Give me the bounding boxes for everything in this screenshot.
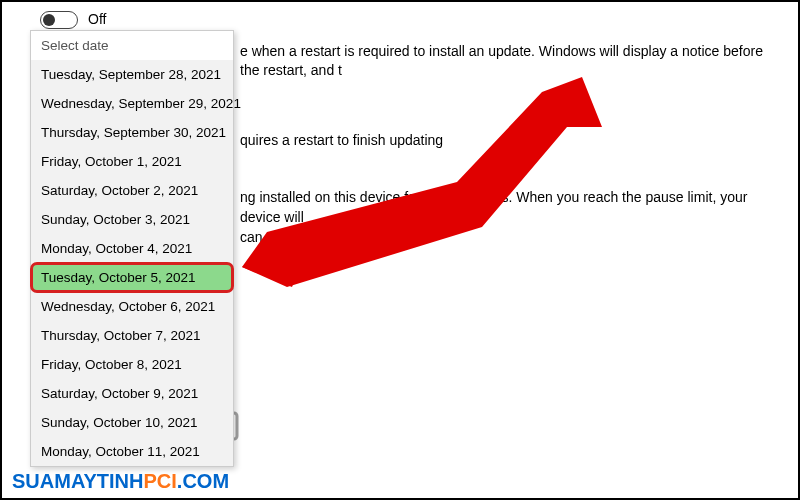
dropdown-option[interactable]: Thursday, October 7, 2021 [31,321,233,350]
watermark-part2: PCI [144,470,177,492]
dropdown-option[interactable]: Monday, October 4, 2021 [31,234,233,263]
dropdown-option[interactable]: Sunday, October 3, 2021 [31,205,233,234]
dropdown-option[interactable]: Wednesday, September 29, 2021 [31,89,233,118]
toggle-label: Off [88,10,106,30]
dropdown-option[interactable]: Tuesday, September 28, 2021 [31,60,233,89]
dropdown-option-highlighted[interactable]: Tuesday, October 5, 2021 [31,263,233,292]
dropdown-option[interactable]: Thursday, September 30, 2021 [31,118,233,147]
dropdown-option[interactable]: Friday, October 1, 2021 [31,147,233,176]
toggle-row: Off [40,10,778,30]
toggle-switch[interactable] [40,11,78,29]
description-3: ng installed on this device for up to 35… [240,188,778,247]
description-1: e when a restart is required to install … [240,42,778,81]
watermark-text: SUAMAYTINHPCI.COM [12,470,229,493]
description-2: quires a restart to finish updating [240,131,778,151]
watermark-part3: .COM [177,470,229,492]
description-3a: ng installed on this device for up to 35… [240,189,747,225]
dropdown-option[interactable]: Sunday, October 10, 2021 [31,408,233,437]
dropdown-option[interactable]: Friday, October 8, 2021 [31,350,233,379]
dropdown-header: Select date [31,31,233,60]
dropdown-option[interactable]: Saturday, October 2, 2021 [31,176,233,205]
dropdown-option[interactable]: Saturday, October 9, 2021 [31,379,233,408]
watermark-part1: SUAMAYTINH [12,470,144,492]
date-dropdown[interactable]: Select date Tuesday, September 28, 2021 … [30,30,234,467]
dropdown-option[interactable]: Wednesday, October 6, 2021 [31,292,233,321]
description-3b: can pause again. [240,229,347,245]
dropdown-option[interactable]: Monday, October 11, 2021 [31,437,233,466]
